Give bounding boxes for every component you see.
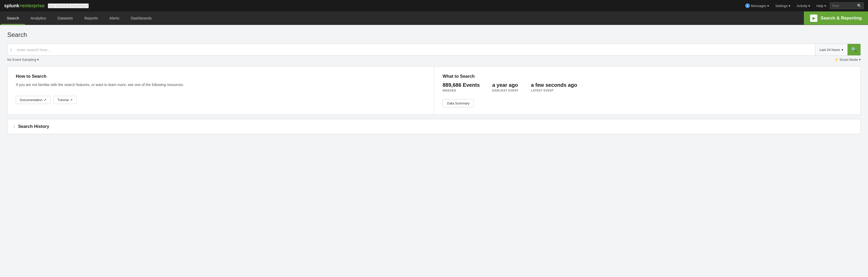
app-play-icon: ▶ xyxy=(810,15,817,22)
search-history-section[interactable]: › Search History xyxy=(7,119,861,134)
tab-analytics[interactable]: Analytics xyxy=(25,11,52,25)
how-to-search-desc: If you are not familiar with the search … xyxy=(16,82,426,88)
chevron-right-icon: › xyxy=(14,124,15,129)
tutorial-btn[interactable]: Tutorial ↗ xyxy=(54,96,76,104)
find-input[interactable] xyxy=(832,4,856,8)
how-to-search-card: How to Search If you are not familiar wi… xyxy=(7,66,434,115)
help-btn[interactable]: Help ▾ xyxy=(814,2,829,9)
main-content: Search 1 Last 24 hours ▾ 🔍 No Event Samp… xyxy=(0,25,868,140)
messages-btn[interactable]: 1 Messages ▾ xyxy=(743,2,772,9)
what-to-search-title: What to Search xyxy=(442,74,852,79)
settings-btn[interactable]: Settings ▾ xyxy=(773,2,793,9)
tab-reports[interactable]: Reports xyxy=(79,11,104,25)
search-bar-area: 1 Last 24 hours ▾ 🔍 xyxy=(7,44,861,56)
stat-indexed: 889,686 Events INDEXED xyxy=(442,82,480,92)
event-sampling-btn[interactable]: No Event Sampling ▾ xyxy=(7,58,39,62)
find-box[interactable]: 🔍 xyxy=(830,2,864,9)
search-options-bar: No Event Sampling ▾ ⚡ Smart Mode ▾ xyxy=(7,58,861,62)
tab-alerts[interactable]: Alerts xyxy=(103,11,125,25)
sec-nav-tabs: Search Analytics Datasets Reports Alerts… xyxy=(1,11,158,25)
search-history-label: Search History xyxy=(18,124,49,129)
search-submit-icon: 🔍 xyxy=(851,47,857,53)
what-to-search-card: What to Search 889,686 Events INDEXED a … xyxy=(434,66,861,115)
smart-mode-btn[interactable]: ⚡ Smart Mode ▾ xyxy=(834,58,861,62)
logo[interactable]: splunk>enterprise xyxy=(4,3,44,8)
documentation-btn[interactable]: Documentation ↗ xyxy=(16,96,50,104)
search-line-number: 1 xyxy=(7,48,15,52)
tab-dashboards[interactable]: Dashboards xyxy=(125,11,158,25)
search-input[interactable] xyxy=(15,45,815,55)
data-summary-btn[interactable]: Data Summary xyxy=(442,99,474,107)
messages-badge: 1 xyxy=(745,3,750,8)
chevron-down-icon: ▾ xyxy=(841,48,843,52)
lightning-icon: ⚡ xyxy=(834,58,838,62)
tab-datasets[interactable]: Datasets xyxy=(52,11,79,25)
page-title: Search xyxy=(7,31,861,38)
activity-btn[interactable]: Activity ▾ xyxy=(794,2,813,9)
info-cards-row: How to Search If you are not familiar wi… xyxy=(7,66,861,115)
chevron-down-icon: ▾ xyxy=(37,58,39,62)
top-nav-right: 1 Messages ▾ Settings ▾ Activity ▾ Help … xyxy=(743,2,864,9)
how-to-search-buttons: Documentation ↗ Tutorial ↗ xyxy=(16,96,426,104)
time-picker-btn[interactable]: Last 24 hours ▾ xyxy=(815,44,847,55)
how-to-search-title: How to Search xyxy=(16,74,426,79)
stat-earliest: a year ago EARLIEST EVENT xyxy=(492,82,518,92)
app-name-btn[interactable]: App: Search & Reporting ▾ xyxy=(48,3,89,8)
stats-row: 889,686 Events INDEXED a year ago EARLIE… xyxy=(442,82,852,92)
tab-search[interactable]: Search xyxy=(1,11,25,25)
app-branding: ▶ Search & Reporting xyxy=(804,11,868,25)
search-submit-btn[interactable]: 🔍 xyxy=(847,44,861,55)
top-nav-left: splunk>enterprise App: Search & Reportin… xyxy=(4,3,89,8)
external-link-icon: ↗ xyxy=(70,98,73,102)
secondary-navbar: Search Analytics Datasets Reports Alerts… xyxy=(0,11,868,25)
top-navbar: splunk>enterprise App: Search & Reportin… xyxy=(0,0,868,11)
external-link-icon: ↗ xyxy=(43,98,46,102)
chevron-down-icon: ▾ xyxy=(859,58,861,62)
search-icon: 🔍 xyxy=(857,4,862,8)
stat-latest: a few seconds ago LATEST EVENT xyxy=(531,82,577,92)
